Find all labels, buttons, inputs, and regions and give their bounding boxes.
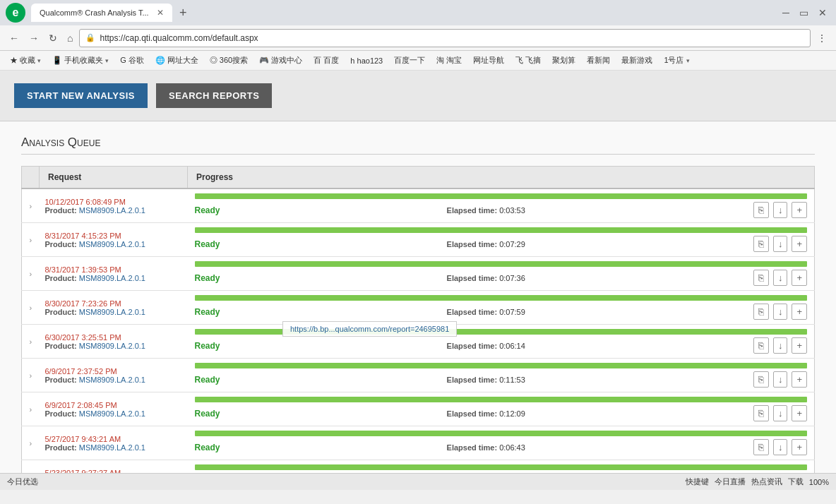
expand-cell-7[interactable]: ›: [22, 426, 40, 460]
download-button-0[interactable]: ↓: [773, 202, 788, 218]
bookmark-news[interactable]: 看新闻: [583, 54, 614, 67]
download-button-4[interactable]: ↓: [773, 337, 788, 354]
queue-title: Analysis Queue: [21, 136, 815, 155]
status-zoom: 100%: [809, 478, 829, 486]
expand-cell-8[interactable]: ›: [22, 460, 40, 474]
progress-bar-6: [195, 397, 808, 402]
bookmark-google[interactable]: G 谷歌: [116, 54, 148, 67]
bookmark-taobao[interactable]: 淘 淘宝: [432, 54, 466, 67]
add-button-1[interactable]: +: [792, 236, 807, 252]
progress-cell-5: Ready Elapsed time: 0:11:53 ⎘ ↓ +: [188, 359, 815, 392]
share-button[interactable]: ⋮: [813, 31, 830, 45]
action-buttons-7: ⎘ ↓ +: [752, 439, 807, 455]
action-buttons-5: ⎘ ↓ +: [752, 371, 807, 388]
copy-button-1[interactable]: ⎘: [753, 236, 769, 252]
table-row: › 10/12/2017 6:08:49 PM Product: MSM8909…: [22, 188, 815, 223]
progress-bar-3: [195, 295, 808, 301]
copy-button-0[interactable]: ⎘: [753, 202, 769, 218]
request-product-3: Product: MSM8909.LA.2.0.1: [45, 308, 182, 316]
bookmark-wangzhi[interactable]: 🌐 网址大全: [151, 54, 203, 67]
progress-bar-container-5: Ready Elapsed time: 0:11:53 ⎘ ↓ +: [195, 363, 808, 388]
status-right: 快捷键 今日直播 热点资讯 下载 100%: [686, 476, 829, 487]
progress-bar-container-6: Ready Elapsed time: 0:12:09 ⎘ ↓ +: [195, 397, 808, 421]
bookmark-newest-game[interactable]: 最新游戏: [617, 54, 657, 67]
expand-cell-0[interactable]: ›: [22, 188, 40, 223]
add-button-4[interactable]: +: [792, 337, 807, 354]
product-value-1: MSM8909.LA.2.0.1: [79, 240, 145, 248]
request-product-7: Product: MSM8909.LA.2.0.1: [45, 443, 182, 452]
add-button-0[interactable]: +: [792, 202, 807, 218]
add-button-7[interactable]: +: [792, 439, 807, 455]
expand-cell-1[interactable]: ›: [22, 223, 40, 257]
page-content: START NEW ANALYSIS SEARCH REPORTS Analys…: [0, 71, 836, 473]
expand-cell-6[interactable]: ›: [22, 392, 40, 426]
forward-button[interactable]: →: [25, 31, 42, 45]
action-buttons-6: ⎘ ↓ +: [752, 405, 807, 421]
add-button-3[interactable]: +: [792, 304, 807, 320]
request-date-6: 6/9/2017 2:08:45 PM: [45, 401, 182, 409]
expand-cell-4[interactable]: ›: [22, 325, 40, 359]
expand-cell-5[interactable]: ›: [22, 359, 40, 392]
copy-button-7[interactable]: ⎘: [753, 439, 769, 455]
bookmark-baidu[interactable]: 百 百度: [309, 54, 343, 67]
bookmark-mobile[interactable]: 📱 手机收藏夹 ▾: [48, 54, 113, 67]
progress-cell-6: Ready Elapsed time: 0:12:09 ⎘ ↓ +: [188, 392, 815, 426]
bookmark-shop[interactable]: 1号店 ▾: [659, 54, 693, 67]
back-button[interactable]: ←: [6, 31, 23, 45]
request-date-2: 8/31/2017 1:39:53 PM: [45, 265, 182, 274]
expand-cell-2[interactable]: ›: [22, 257, 40, 291]
bookmark-nav[interactable]: 网址导航: [469, 54, 508, 67]
progress-info-4: Ready Elapsed time: 0:06:14 ⎘ ↓ +: [195, 337, 808, 354]
new-tab-button[interactable]: +: [175, 6, 191, 20]
action-buttons-0: ⎘ ↓ +: [752, 202, 807, 218]
active-tab[interactable]: Qualcomm® Crash Analysis T... ✕: [31, 4, 172, 22]
progress-info-7: Ready Elapsed time: 0:06:43 ⎘ ↓ +: [195, 439, 808, 455]
download-button-3[interactable]: ↓: [773, 304, 788, 320]
progress-cell-1: Ready Elapsed time: 0:07:29 ⎘ ↓ +: [188, 223, 815, 257]
bookmark-fei[interactable]: 飞 飞摘: [511, 54, 545, 67]
download-button-5[interactable]: ↓: [773, 371, 788, 388]
action-buttons-1: ⎘ ↓ +: [752, 236, 807, 252]
add-button-2[interactable]: +: [792, 270, 807, 286]
copy-button-4[interactable]: ⎘: [753, 337, 769, 354]
status-live: 今日直播: [715, 476, 746, 487]
download-button-6[interactable]: ↓: [773, 405, 788, 421]
progress-info-0: Ready Elapsed time: 0:03:53 ⎘ ↓ +: [195, 202, 808, 218]
progress-cell-2: Ready Elapsed time: 0:07:36 ⎘ ↓ +: [188, 257, 815, 291]
bookmark-360[interactable]: ◎ 360搜索: [205, 54, 252, 67]
table-header-row: Request Progress: [22, 167, 815, 189]
copy-button-6[interactable]: ⎘: [753, 405, 769, 421]
home-button[interactable]: ⌂: [64, 31, 76, 45]
bookmark-favorites[interactable]: ★ 收藏 ▾: [6, 54, 45, 67]
minimize-button[interactable]: ─: [779, 6, 793, 20]
bookmark-baidu-search[interactable]: 百度一下: [390, 54, 429, 67]
tab-close-button[interactable]: ✕: [157, 8, 164, 18]
add-button-6[interactable]: +: [792, 405, 807, 421]
copy-button-2[interactable]: ⎘: [753, 270, 769, 286]
download-button-2[interactable]: ↓: [773, 270, 788, 286]
bookmark-games[interactable]: 🎮 游戏中心: [255, 54, 306, 67]
copy-button-5[interactable]: ⎘: [753, 371, 769, 388]
status-shortcut: 快捷键: [686, 476, 709, 487]
copy-button-3[interactable]: ⎘: [753, 304, 769, 320]
download-button-1[interactable]: ↓: [773, 236, 788, 252]
bookmark-hao123[interactable]: h hao123: [346, 55, 387, 66]
download-button-7[interactable]: ↓: [773, 439, 788, 455]
add-button-5[interactable]: +: [792, 371, 807, 388]
toolbar: START NEW ANALYSIS SEARCH REPORTS: [0, 71, 836, 121]
ready-label-3: Ready: [195, 307, 220, 317]
bookmark-calc[interactable]: 聚划算: [548, 54, 580, 67]
request-date-5: 6/9/2017 2:37:52 PM: [45, 367, 182, 376]
search-reports-button[interactable]: SEARCH REPORTS: [156, 83, 272, 108]
expand-cell-3[interactable]: ›: [22, 291, 40, 325]
elapsed-time-5: Elapsed time: 0:11:53: [447, 376, 525, 384]
restore-button[interactable]: ▭: [796, 6, 812, 20]
ready-label-1: Ready: [195, 239, 220, 249]
close-window-button[interactable]: ✕: [815, 6, 830, 20]
request-product-4: Product: MSM8909.LA.2.0.1: [45, 342, 182, 350]
start-new-analysis-button[interactable]: START NEW ANALYSIS: [14, 83, 148, 108]
ready-label-6: Ready: [195, 409, 220, 419]
progress-bar-7: [195, 431, 808, 436]
address-bar[interactable]: 🔒 https://cap.qti.qualcomm.com/default.a…: [79, 29, 811, 47]
refresh-button[interactable]: ↻: [45, 31, 61, 45]
